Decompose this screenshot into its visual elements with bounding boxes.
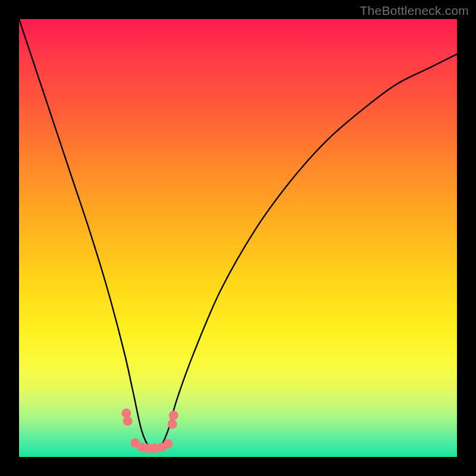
trough-marker: [123, 416, 133, 426]
trough-marker: [163, 439, 173, 449]
curve-svg: [19, 19, 457, 457]
watermark-text: TheBottleneck.com: [360, 4, 469, 18]
curve-group: [19, 19, 457, 450]
trough-marker: [137, 443, 146, 452]
trough-marker: [168, 419, 177, 429]
trough-marker: [169, 411, 178, 420]
bottleneck-curve: [19, 19, 457, 450]
trough-marker: [150, 443, 159, 453]
trough-markers: [121, 408, 178, 453]
plot-area: [19, 19, 457, 457]
trough-marker: [156, 443, 166, 452]
trough-marker: [121, 408, 131, 418]
chart-frame: TheBottleneck.com: [0, 0, 476, 476]
trough-marker: [143, 443, 153, 453]
trough-marker: [130, 438, 140, 447]
